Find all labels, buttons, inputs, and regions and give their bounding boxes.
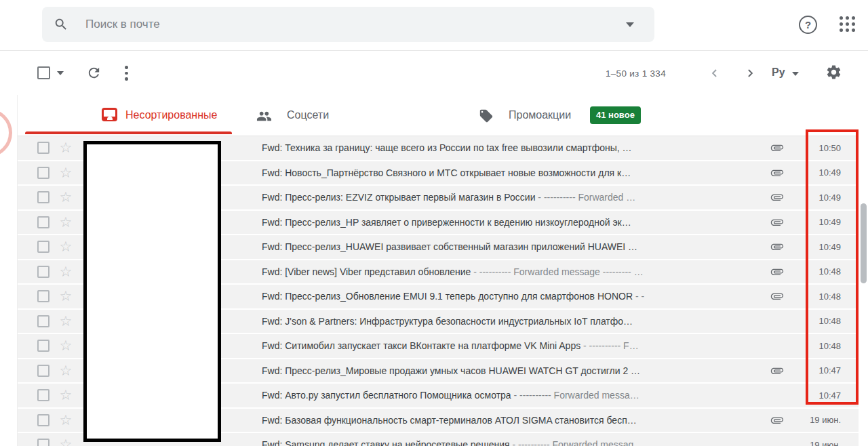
row-checkbox[interactable] xyxy=(37,216,50,228)
row-checkbox[interactable] xyxy=(37,241,50,253)
star-icon[interactable]: ☆ xyxy=(58,240,74,254)
snippet-text: - ---------- Forwarded messa… xyxy=(511,390,639,401)
newer-page-icon[interactable] xyxy=(708,66,722,80)
tab-social[interactable]: Соцсети xyxy=(287,109,329,121)
star-icon[interactable]: ☆ xyxy=(58,216,74,229)
active-tab-underline xyxy=(25,131,232,134)
row-checkbox[interactable] xyxy=(37,167,50,179)
row-checkbox[interactable] xyxy=(37,315,50,327)
row-checkbox[interactable] xyxy=(37,340,50,352)
email-subject: Fwd: Samsung делает ставку на нейросетев… xyxy=(262,439,764,446)
list-toolbar: 1–50 из 1 334 Ру xyxy=(0,52,868,95)
subject-text: Fwd: Новость_Партнёрство Связного и МТС … xyxy=(262,167,631,178)
subject-text: Fwd: Техника за границу: чаще всего из Р… xyxy=(262,142,632,153)
search-icon[interactable] xyxy=(54,17,68,32)
row-checkbox[interactable] xyxy=(37,389,50,401)
attachment-icon xyxy=(770,190,785,204)
attachment-icon xyxy=(770,413,785,427)
search-bar[interactable]: Поиск в почте xyxy=(42,7,654,42)
email-subject: Fwd: Пресс-релиз_Обновление EMUI 9.1 теп… xyxy=(262,291,764,302)
top-header: Поиск в почте ? xyxy=(0,0,868,51)
timestamp-highlight-box xyxy=(806,129,859,405)
email-subject: Fwd: Пресс-релиз_Мировые продажи умных ч… xyxy=(262,365,764,376)
subject-text: Fwd: Авто.ру запустил бесплатного Помощн… xyxy=(262,390,511,401)
annotation-arc xyxy=(0,108,12,157)
snippet-text: - ---------- Forwarded message ---------… xyxy=(471,266,643,277)
attachment-icon xyxy=(770,265,785,279)
attachment-icon xyxy=(770,141,785,155)
email-subject: Fwd: Авто.ру запустил бесплатного Помощн… xyxy=(262,390,764,401)
snippet-text: - - xyxy=(633,291,644,302)
email-subject: Fwd: [Viber news] Viber представил обнов… xyxy=(262,266,764,277)
promotions-tab-tag-icon xyxy=(479,108,494,123)
star-icon[interactable]: ☆ xyxy=(58,413,74,427)
select-dropdown-caret-icon[interactable] xyxy=(57,71,64,75)
apps-grid-icon[interactable] xyxy=(840,16,858,35)
snippet-text: - ---------- Forwarded messag… xyxy=(510,439,644,446)
email-time: 19 июн. xyxy=(800,440,841,446)
email-subject: Fwd: Пресс-релиз_HUAWEI развивает собств… xyxy=(262,241,764,252)
primary-tab-icon xyxy=(102,108,117,121)
star-icon[interactable]: ☆ xyxy=(58,339,74,352)
row-checkbox[interactable] xyxy=(37,142,50,154)
subject-text: Fwd: Пресс-релиз_Мировые продажи умных ч… xyxy=(262,365,640,376)
row-checkbox[interactable] xyxy=(37,290,50,302)
snippet-text: - ---------- F… xyxy=(580,340,639,351)
row-checkbox[interactable] xyxy=(37,365,50,377)
promotions-new-badge: 41 новое xyxy=(590,106,641,124)
star-icon[interactable]: ☆ xyxy=(58,315,74,328)
star-icon[interactable]: ☆ xyxy=(58,289,74,303)
subject-text: Fwd: Базовая функциональность смарт-терм… xyxy=(262,415,637,426)
row-checkbox[interactable] xyxy=(37,191,50,203)
email-subject: Fwd: Базовая функциональность смарт-терм… xyxy=(262,415,764,426)
subject-text: Fwd: J'son & Partners: Инфраструктура бе… xyxy=(262,316,633,327)
email-subject: Fwd: J'son & Partners: Инфраструктура бе… xyxy=(262,316,764,327)
refresh-icon[interactable] xyxy=(86,65,102,81)
attachment-icon xyxy=(770,166,785,180)
search-options-caret-icon[interactable] xyxy=(626,22,634,27)
snippet-text: - ---------- Forwarded … xyxy=(535,192,635,203)
input-tools-button[interactable]: Ру xyxy=(772,66,785,79)
attachment-icon xyxy=(770,240,785,254)
search-input[interactable]: Поиск в почте xyxy=(85,18,160,31)
scrollbar-thumb[interactable] xyxy=(861,203,867,283)
subject-text: Fwd: Ситимобил запускает такси ВКонтакте… xyxy=(262,340,580,351)
star-icon[interactable]: ☆ xyxy=(58,265,74,279)
email-subject: Fwd: Ситимобил запускает такси ВКонтакте… xyxy=(262,340,764,351)
pagination-label: 1–50 из 1 334 xyxy=(606,68,666,79)
row-checkbox[interactable] xyxy=(37,414,50,426)
redaction-box xyxy=(83,141,221,442)
attachment-icon xyxy=(770,364,785,378)
star-icon[interactable]: ☆ xyxy=(58,141,74,155)
row-checkbox[interactable] xyxy=(37,266,50,278)
subject-text: Fwd: Пресс-релиз_HUAWEI развивает собств… xyxy=(262,241,637,252)
subject-text: Fwd: Пресс-релиз_Обновление EMUI 9.1 теп… xyxy=(262,291,633,302)
row-checkbox[interactable] xyxy=(37,439,50,446)
subject-text: Fwd: Samsung делает ставку на нейросетев… xyxy=(262,439,510,446)
help-glyph: ? xyxy=(805,19,811,31)
settings-gear-icon[interactable] xyxy=(825,64,842,81)
star-icon[interactable]: ☆ xyxy=(58,190,74,204)
tab-promotions[interactable]: Промоакции xyxy=(509,109,571,121)
more-options-icon[interactable] xyxy=(125,66,128,81)
star-icon[interactable]: ☆ xyxy=(58,438,74,446)
star-icon[interactable]: ☆ xyxy=(58,364,74,378)
email-subject: Fwd: Техника за границу: чаще всего из Р… xyxy=(262,142,764,153)
email-subject: Fwd: Новость_Партнёрство Связного и МТС … xyxy=(262,167,764,178)
input-tools-caret-icon[interactable] xyxy=(792,72,799,76)
tab-primary[interactable]: Несортированные xyxy=(125,109,217,121)
email-subject: Fwd: Пресс-релиз_HP заявляет о привержен… xyxy=(262,217,764,228)
subject-text: Fwd: [Viber news] Viber представил обнов… xyxy=(262,266,471,277)
subject-text: Fwd: Пресс-релиз_HP заявляет о привержен… xyxy=(262,217,631,228)
star-icon[interactable]: ☆ xyxy=(58,166,74,180)
attachment-icon xyxy=(770,216,785,229)
social-tab-people-icon xyxy=(256,108,272,124)
email-subject: Fwd: Пресс-релиз: EZVIZ открывает первый… xyxy=(262,192,764,203)
help-icon[interactable]: ? xyxy=(799,16,817,34)
select-all-checkbox[interactable] xyxy=(37,66,50,79)
subject-text: Fwd: Пресс-релиз: EZVIZ открывает первый… xyxy=(262,192,535,203)
attachment-icon xyxy=(770,289,785,303)
older-page-icon[interactable] xyxy=(743,66,757,80)
email-time: 19 июн. xyxy=(800,415,841,425)
star-icon[interactable]: ☆ xyxy=(58,388,74,402)
